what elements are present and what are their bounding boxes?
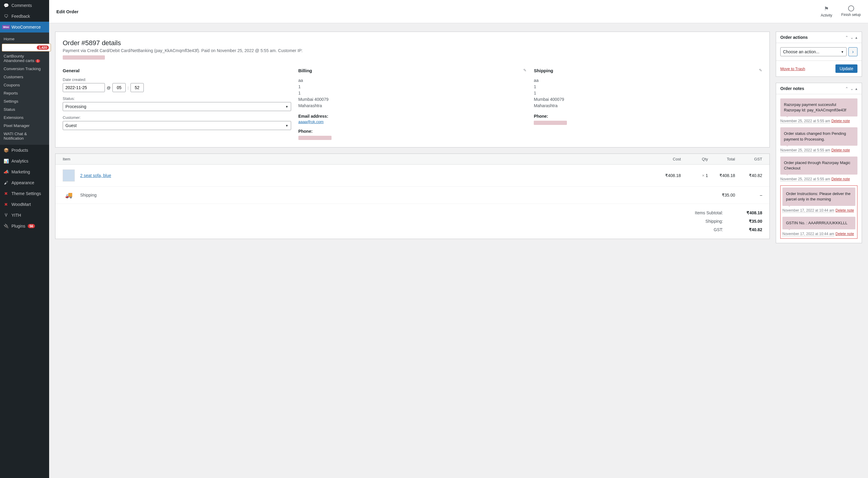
email-label: Email address:	[299, 113, 527, 120]
order-items-panel: Item Cost Qty Total GST 2 seat sofa, blu…	[55, 153, 770, 239]
shipping-heading: Shipping	[534, 68, 762, 73]
sidebar-appearance[interactable]: 🖌Appearance	[0, 177, 49, 188]
submenu-extensions[interactable]: Extensions	[0, 113, 49, 122]
sidebar-comments[interactable]: 💬Comments	[0, 0, 49, 11]
submenu-customers[interactable]: Customers	[0, 73, 49, 81]
sidebar-theme-settings[interactable]: ✖Theme Settings	[0, 188, 49, 199]
analytics-icon: 📊	[3, 158, 9, 164]
order-note: Order placed through Razorpay Magic Chec…	[780, 157, 858, 175]
delete-note-link[interactable]: Delete note	[831, 148, 849, 152]
run-action-button[interactable]: ›	[848, 47, 858, 56]
caret-up-icon[interactable]: ⌃	[845, 35, 848, 40]
order-note: GSTIN No. : AAARRRUUUKKKLLL	[782, 217, 855, 229]
note-timestamp: November 25, 2022 at 5:55 am	[780, 177, 830, 181]
note-timestamp: November 25, 2022 at 5:55 am	[780, 119, 830, 124]
status-label: Status:	[63, 96, 291, 101]
sidebar-analytics[interactable]: 📊Analytics	[0, 156, 49, 166]
topbar: Edit Order Activity Finish setup	[49, 0, 868, 23]
caret-up-icon[interactable]: ⌃	[845, 87, 848, 91]
notes-heading: Order notes	[780, 86, 804, 91]
at-symbol: @	[107, 86, 111, 90]
date-input[interactable]	[63, 83, 105, 92]
totals-section: Items Subtotal:₹408.18 Shipping:₹35.00 G…	[56, 204, 770, 239]
sidebar-yith[interactable]: ჄYITH	[0, 210, 49, 220]
caret-down-icon[interactable]: ⌄	[850, 35, 854, 40]
page-title: Edit Order	[56, 9, 79, 14]
action-select[interactable]: Choose an action...▼	[780, 47, 846, 56]
note-timestamp: November 25, 2022 at 5:55 am	[780, 148, 830, 152]
flag-icon	[824, 5, 829, 12]
orders-count-badge: 1,420	[37, 45, 49, 50]
submenu-settings[interactable]: Settings	[0, 97, 49, 105]
phone-label: Phone:	[299, 128, 527, 135]
chevron-down-icon: ▼	[285, 124, 288, 127]
submenu-orders[interactable]: Orders 1,420	[2, 44, 51, 52]
order-notes-panel: Order notes ⌃⌄▴ Razorpay payment success…	[776, 83, 862, 243]
comment-icon: 💬	[3, 2, 9, 8]
product-name-link[interactable]: 2 seat sofa, blue	[80, 173, 654, 178]
order-actions-panel: Order actions ⌃⌄▴ Choose an action...▼ ›…	[776, 32, 862, 77]
yith-icon: Ⴤ	[3, 212, 9, 218]
customer-label: Customer:	[63, 115, 291, 120]
order-note: Razorpay payment successful Razorpay Id:…	[780, 98, 858, 116]
product-thumb[interactable]	[63, 169, 75, 181]
minute-input[interactable]	[130, 83, 144, 92]
admin-sidebar: 💬Comments 🗨Feedback WooWooCommerce Home …	[0, 0, 49, 478]
plugins-badge: 56	[28, 224, 35, 228]
billing-column: ✎ Billing aa 1 1 Mumbai 400079 Maharasht…	[299, 68, 527, 140]
chevron-down-icon: ▼	[841, 50, 844, 54]
activity-button[interactable]: Activity	[821, 5, 832, 18]
shipping-row: 🚚 Shipping ₹35.00 –	[56, 186, 770, 204]
edit-shipping-icon[interactable]: ✎	[759, 68, 762, 73]
line-item-row: 2 seat sofa, blue ₹408.18 × 1 ₹408.18 ₹4…	[56, 165, 770, 186]
move-to-trash-link[interactable]: Move to Trash	[780, 67, 805, 71]
submenu-coupons[interactable]: Coupons	[0, 81, 49, 89]
hour-input[interactable]	[113, 83, 126, 92]
sidebar-woodmart[interactable]: ✖WoodMart	[0, 199, 49, 210]
products-icon: 📦	[3, 147, 9, 153]
delete-note-link[interactable]: Delete note	[831, 119, 849, 123]
woo-submenu: Home Orders 1,420 CartBounty Abandoned c…	[0, 33, 49, 145]
cartbounty-badge: 1	[36, 59, 40, 63]
submenu-reports[interactable]: Reports	[0, 89, 49, 97]
chevron-down-icon: ▼	[285, 105, 288, 108]
delete-note-link[interactable]: Delete note	[835, 232, 854, 236]
caret-down-icon[interactable]: ⌄	[850, 87, 854, 91]
finish-setup-button[interactable]: Finish setup	[841, 5, 861, 18]
edit-billing-icon[interactable]: ✎	[523, 68, 527, 73]
submenu-wati[interactable]: WATI Chat & Notification	[0, 130, 49, 142]
time-sep: :	[127, 86, 129, 90]
order-details-panel: Order #5897 details Payment via Credit C…	[55, 32, 770, 147]
sidebar-products[interactable]: 📦Products	[0, 145, 49, 156]
shipping-column: ✎ Shipping aa 1 1 Mumbai 400079 Maharash…	[534, 68, 762, 140]
sidebar-marketing[interactable]: 📣Marketing	[0, 166, 49, 177]
update-button[interactable]: Update	[835, 64, 858, 73]
items-header: Item Cost Qty Total GST	[56, 154, 770, 165]
order-note: Order status changed from Pending paymen…	[780, 127, 858, 145]
customer-select[interactable]: Guest▼	[63, 121, 291, 130]
submenu-tracking[interactable]: Conversion Tracking	[0, 65, 49, 73]
sidebar-feedback[interactable]: 🗨Feedback	[0, 11, 49, 22]
truck-icon: 🚚	[63, 192, 75, 199]
delete-note-link[interactable]: Delete note	[831, 177, 849, 181]
order-title: Order #5897 details	[63, 39, 762, 47]
actions-heading: Order actions	[780, 35, 808, 40]
theme-icon: ✖	[3, 191, 9, 197]
submenu-home[interactable]: Home	[0, 35, 49, 43]
collapse-icon[interactable]: ▴	[855, 87, 858, 91]
ship-phone-label: Phone:	[534, 113, 762, 120]
submenu-pixel[interactable]: Pixel Manager	[0, 122, 49, 130]
order-note: Order Instructions: Please deliver the p…	[782, 187, 855, 206]
status-select[interactable]: Processing▼	[63, 102, 291, 111]
billing-email-link[interactable]: aaaa@ok.cpm	[299, 120, 324, 124]
submenu-cartbounty[interactable]: CartBounty Abandoned carts 1	[0, 52, 49, 65]
order-subtitle: Payment via Credit Card/Debit Card/NetBa…	[63, 48, 762, 53]
submenu-status[interactable]: Status	[0, 105, 49, 113]
delete-note-link[interactable]: Delete note	[835, 208, 854, 212]
sidebar-plugins[interactable]: 🔌Plugins 56	[0, 220, 49, 232]
billing-phone-redacted	[299, 136, 332, 140]
appearance-icon: 🖌	[3, 180, 9, 186]
sidebar-woocommerce[interactable]: WooWooCommerce	[0, 22, 49, 33]
woodmart-icon: ✖	[3, 201, 9, 207]
collapse-icon[interactable]: ▴	[855, 35, 858, 40]
